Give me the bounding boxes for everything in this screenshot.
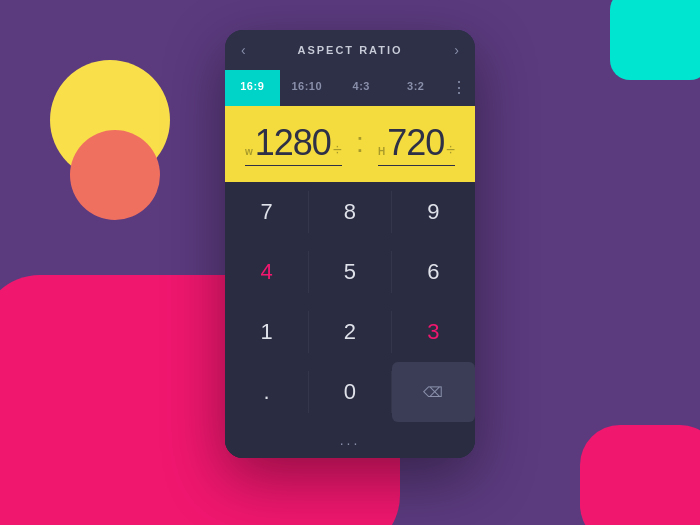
width-value: 1280 (255, 122, 331, 164)
key-1[interactable]: 1 (225, 302, 308, 362)
tab-3-2[interactable]: 3:2 (389, 70, 444, 106)
next-arrow-button[interactable]: › (454, 42, 459, 58)
key-decimal[interactable]: . (225, 362, 308, 422)
key-2[interactable]: 2 (308, 302, 391, 362)
height-underline (378, 165, 455, 167)
ratio-tabs: 16:9 16:10 4:3 3:2 ⋮ (225, 70, 475, 106)
height-value: 720 (387, 122, 444, 164)
height-label: H (378, 146, 385, 157)
key-9[interactable]: 9 (392, 182, 475, 242)
width-field[interactable]: w 1280 ÷ (245, 122, 342, 164)
more-options-button[interactable]: ⋮ (443, 70, 475, 106)
card-header: ‹ ASPECT RATIO › (225, 30, 475, 70)
key-4[interactable]: 4 (225, 242, 308, 302)
header-title: ASPECT RATIO (297, 44, 402, 56)
key-5[interactable]: 5 (308, 242, 391, 302)
width-underline (245, 165, 342, 167)
key-8[interactable]: 8 (308, 182, 391, 242)
keypad-row-1: 7 8 9 (225, 182, 475, 242)
key-0[interactable]: 0 (308, 362, 391, 422)
tab-4-3[interactable]: 4:3 (334, 70, 389, 106)
bg-cyan-shape (610, 0, 700, 80)
key-3[interactable]: 3 (392, 302, 475, 362)
tab-16-10[interactable]: 16:10 (280, 70, 335, 106)
bg-pink-shape-br (580, 425, 700, 525)
key-backspace[interactable]: ⌫ (392, 362, 475, 422)
key-7[interactable]: 7 (225, 182, 308, 242)
key-6[interactable]: 6 (392, 242, 475, 302)
keypad-row-4: . 0 ⌫ (225, 362, 475, 422)
keypad-row-3: 1 2 3 (225, 302, 475, 362)
backspace-icon: ⌫ (423, 384, 443, 400)
footer-dots: ... (340, 432, 361, 448)
height-spinner[interactable]: ÷ (446, 141, 455, 159)
tab-16-9[interactable]: 16:9 (225, 70, 280, 106)
width-label: w (245, 146, 253, 157)
keypad-row-2: 4 5 6 (225, 242, 475, 302)
height-field[interactable]: H 720 ÷ (378, 122, 455, 164)
prev-arrow-button[interactable]: ‹ (241, 42, 246, 58)
keypad: 7 8 9 4 5 6 1 2 3 . 0 ⌫ ... (225, 182, 475, 458)
calculator-card: ‹ ASPECT RATIO › 16:9 16:10 4:3 3:2 ⋮ w … (225, 30, 475, 458)
input-separator: : (356, 127, 364, 159)
input-display: w 1280 ÷ : H 720 ÷ (225, 106, 475, 182)
bg-salmon-circle (70, 130, 160, 220)
keypad-footer: ... (225, 422, 475, 458)
width-spinner[interactable]: ÷ (333, 141, 342, 159)
